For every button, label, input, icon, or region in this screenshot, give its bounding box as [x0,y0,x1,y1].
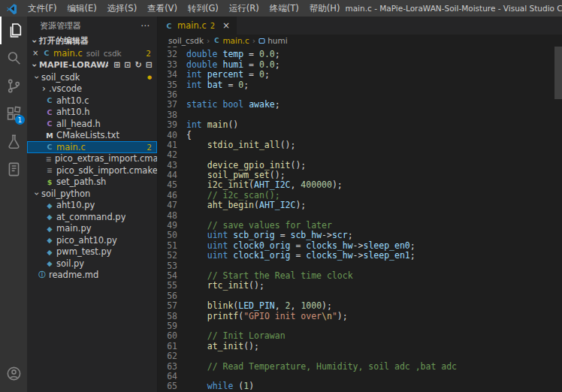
code-line[interactable]: 32double temp = 0.0; [158,50,562,59]
code-line[interactable]: 35int bat = 0; [158,80,562,90]
new-folder-icon[interactable]: ⊡ [124,60,131,70]
breadcrumb-item-soil_csdk[interactable]: soil_csdk [168,36,204,45]
menu-item[interactable]: 帮助(H) [304,0,346,17]
line-text: device_gpio_init(); [177,161,306,170]
code-line[interactable]: 65 while (1) [158,381,562,391]
code-line[interactable]: 37static bool awake; [158,100,562,110]
file-item-at_command.py[interactable]: ◆at_command.py [27,211,157,223]
file-item-pico_sdk_import.cmake[interactable]: ≡pico_sdk_import.cmake [27,164,157,176]
source-control-icon[interactable] [0,72,27,100]
menu-item[interactable]: 编辑(E) [62,0,102,17]
breadcrumb-item-main.c[interactable]: Cmain.c [213,36,249,45]
code-line[interactable]: 43 device_gpio_init(); [158,161,562,170]
code-line[interactable]: 41 stdio_init_all(); [158,140,562,150]
code-line[interactable]: 61 at_init(); [158,342,562,351]
menu-item[interactable]: 选择(S) [102,0,142,17]
code-line[interactable]: 54 // Start the Real time clock [158,271,562,281]
line-text: // Start the Real time clock [177,271,353,281]
account-icon[interactable] [0,360,27,387]
code-line[interactable]: 39int main() [158,120,562,130]
code-line[interactable]: 36 [158,90,562,100]
line-number: 58 [158,312,177,321]
extensions-icon[interactable]: 1 [0,100,27,128]
line-text: // i2c_scan(); [177,191,280,201]
folder-item-soil_csdk[interactable]: ›soil_csdk● [27,71,157,83]
line-number: 61 [158,342,177,351]
file-item-pwm_test.py[interactable]: ◆pwm_test.py [27,246,157,258]
explorer-icon[interactable] [0,17,27,44]
code-editor[interactable]: 3132double temp = 0.0;33double humi = 0.… [158,47,562,392]
file-item-soil.py[interactable]: ◆soil.py [27,258,157,270]
workspace-header[interactable]: › MAPIE-LORAWAN-SOIL-... ⊞⊡↻⊟ [27,59,157,71]
code-line[interactable]: 42 [158,150,562,160]
file-tree: ›soil_csdk●›.vscodeCaht10.cCaht10.hCall_… [27,71,157,281]
file-item-aht10.h[interactable]: Caht10.h [27,107,157,119]
code-line[interactable]: 46 // i2c_scan(); [158,191,562,201]
code-line[interactable]: 34int percent = 0; [158,70,562,80]
code-line[interactable]: 63 // Read Temperature, Humidity, soil a… [158,362,562,372]
code-line[interactable]: 40{ [158,131,562,140]
file-item-readme.md[interactable]: ⓘreadme.md [27,270,157,282]
code-line[interactable]: 49 // save values for later [158,221,562,231]
code-line[interactable]: 47 aht_begin(AHT_I2C); [158,201,562,210]
code-line[interactable]: 51 uint clock0_orig = clocks_hw->sleep_e… [158,241,562,251]
item-label: pico_sdk_import.cmake [56,165,157,176]
folder-item-.vscode[interactable]: ›.vscode [27,83,157,95]
line-number: 44 [158,170,177,180]
notebook-icon[interactable] [0,155,27,183]
code-line[interactable]: 64 [158,372,562,381]
open-editors-header[interactable]: › 打开的编辑器 [27,35,157,47]
file-item-pico_extras_import.cmake[interactable]: ≡pico_extras_import.cmake [27,153,157,165]
code-line[interactable]: 52 uint clock1_orig = clocks_hw->sleep_e… [158,251,562,261]
file-item-CMakeLists.txt[interactable]: MCMakeLists.txt [27,130,157,142]
file-item-aht10.py[interactable]: ◆aht10.py [27,200,157,212]
file-item-all_head.h[interactable]: Call_head.h [27,118,157,130]
code-line[interactable]: 53 [158,261,562,271]
menu-item[interactable]: 转到(G) [183,0,224,17]
open-editor-folder: soil_csdk [86,49,122,58]
code-line[interactable]: 33double humi = 0.0; [158,60,562,70]
breadcrumb-item-humi[interactable]: humi [258,36,287,45]
close-editor-icon[interactable]: × [32,49,42,57]
testing-icon[interactable] [0,128,27,155]
menu-item[interactable]: 终端(T) [264,0,304,17]
menu-item[interactable]: 运行(R) [224,0,264,17]
open-editor-item[interactable]: × C main.c soil_csdk 2 [27,47,157,59]
new-file-icon[interactable]: ⊞ [113,60,120,70]
code-line[interactable]: 48 [158,211,562,221]
tab-close-icon[interactable]: × [222,20,230,31]
line-text [177,211,186,221]
code-line[interactable]: 62 [158,351,562,361]
code-line[interactable]: 38 [158,110,562,120]
open-editor-filename: main.c [53,48,83,59]
file-item-main.c[interactable]: Cmain.c2 [27,141,157,153]
collapse-all-icon[interactable]: ⊟ [146,60,153,70]
breadcrumb: soil_csdk›Cmain.c›humi [158,35,562,47]
code-line[interactable]: 59 [158,321,562,331]
editor-scrollbar[interactable] [554,47,562,99]
code-line[interactable]: 44 soil_pwm_set(); [158,170,562,180]
code-line[interactable]: 45 i2c_init(AHT_I2C, 400000); [158,180,562,190]
code-line[interactable]: 50 uint scb_orig = scb_hw->scr; [158,231,562,240]
line-text [177,291,186,301]
search-icon[interactable] [0,44,27,72]
more-actions-icon[interactable]: ⋯ [140,20,150,31]
code-line[interactable]: 57 blink(LED_PIN, 2, 1000); [158,301,562,311]
problems-badge: 2 [147,143,152,152]
file-item-pico_aht10.py[interactable]: ◆pico_aht10.py [27,234,157,246]
tab-main-c[interactable]: C main.c 2 × [158,17,237,35]
line-number: 54 [158,271,177,281]
code-line[interactable]: 56 [158,291,562,301]
code-line[interactable]: 58 printf("GPIO init over\n"); [158,312,562,321]
file-item-set_path.sh[interactable]: $set_path.sh [27,176,157,188]
item-label: aht10.py [56,200,95,210]
code-line[interactable]: 55 rtc_init(); [158,281,562,291]
menu-item[interactable]: 查看(V) [142,0,183,17]
file-item-main.py[interactable]: ◆main.py [27,223,157,235]
menu-item[interactable]: 文件(F) [23,0,62,17]
folder-item-soil_python[interactable]: ›soil_python [27,188,157,200]
code-line[interactable]: 60 // Init Lorawan [158,331,562,341]
file-item-aht10.c[interactable]: Caht10.c [27,95,157,107]
refresh-icon[interactable]: ↻ [135,60,142,70]
line-text: // Read Temperature, Humidity, soil adc … [177,362,457,372]
